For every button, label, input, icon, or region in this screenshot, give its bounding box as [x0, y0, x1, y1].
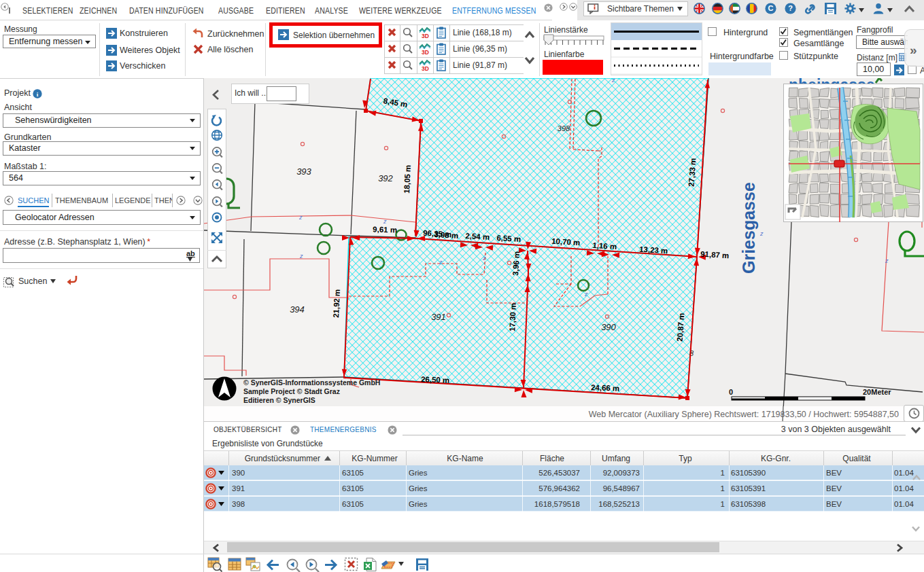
svg-text:3D: 3D [422, 49, 429, 55]
svg-text:C: C [768, 4, 774, 12]
svg-text:z: z [299, 253, 303, 260]
svg-text:17,30 m: 17,30 m [508, 303, 517, 332]
svg-text:z: z [611, 78, 615, 84]
svg-text:18,05 m: 18,05 m [403, 164, 412, 194]
svg-text:390: 390 [601, 322, 616, 332]
svg-text:3,98 m: 3,98 m [434, 230, 458, 240]
svg-text:392: 392 [378, 173, 393, 183]
svg-text:z: z [439, 259, 443, 266]
svg-text:391: 391 [431, 312, 446, 322]
svg-text:2,54 m: 2,54 m [465, 232, 490, 241]
svg-text:Editieren © SynerGIS: Editieren © SynerGIS [243, 396, 315, 404]
svg-text:Sample Project © Stadt Graz: Sample Project © Stadt Graz [243, 387, 340, 395]
svg-text:z: z [482, 255, 486, 262]
svg-text:3,96 m: 3,96 m [511, 251, 521, 276]
svg-text:26,50 m: 26,50 m [421, 375, 450, 384]
svg-text:0: 0 [729, 388, 733, 396]
svg-text:3D: 3D [422, 33, 429, 39]
svg-text:9,61 m: 9,61 m [373, 225, 397, 234]
svg-text:394: 394 [290, 304, 305, 315]
svg-text:24,66 m: 24,66 m [591, 383, 620, 392]
svg-text:z: z [885, 257, 889, 264]
svg-text:398: 398 [558, 124, 570, 132]
svg-text:393: 393 [296, 166, 311, 177]
svg-text:1,16 m: 1,16 m [592, 241, 617, 251]
svg-text:Griesgasse: Griesgasse [739, 182, 758, 274]
svg-text:z: z [383, 218, 387, 225]
svg-text:z: z [759, 230, 764, 237]
svg-text:z: z [298, 214, 303, 221]
svg-text:3D: 3D [422, 65, 429, 71]
svg-text:20Meter: 20Meter [863, 388, 891, 396]
svg-text:z: z [584, 291, 588, 298]
svg-text:?: ? [788, 4, 793, 12]
svg-text:21,92 m: 21,92 m [332, 289, 341, 318]
svg-text:6,55 m: 6,55 m [496, 234, 521, 243]
svg-text:© SynerGIS-Informationssysteme: © SynerGIS-Informationssysteme GmbH [243, 378, 380, 387]
